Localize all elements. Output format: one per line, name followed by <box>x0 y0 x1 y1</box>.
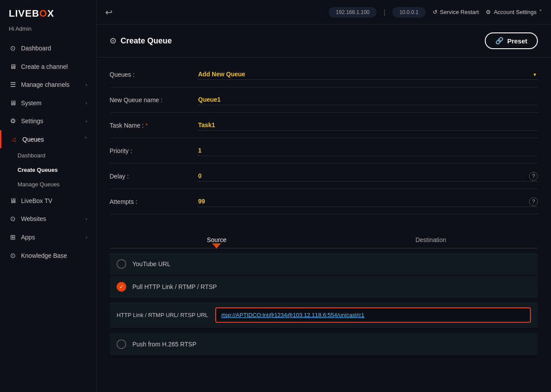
sidebar-item-create-channel[interactable]: 🖥 Create a channel <box>0 57 96 75</box>
delay-row: Delay : ? <box>110 164 538 189</box>
link-icon: 🔗 <box>495 37 504 45</box>
sidebar-item-label: Apps <box>21 234 35 241</box>
task-name-label: Task Name : * <box>110 122 197 129</box>
sidebar-item-label: Settings <box>21 118 43 125</box>
chevron-down-icon: ˅ <box>85 136 87 142</box>
push-h265-label: Push from H.265 RTSP <box>132 341 196 348</box>
delay-label: Delay : <box>110 173 197 180</box>
manage-queues-label: Manage Queues <box>18 181 60 188</box>
source-list: YouTube URL Pull HTTP Link / RTMP / RTSP <box>96 249 551 302</box>
new-queue-input[interactable] <box>197 94 538 105</box>
logo: LIVEBOX <box>0 0 96 24</box>
sidebar-item-settings[interactable]: ⚙ Settings › <box>0 112 96 130</box>
separator: | <box>384 8 385 16</box>
create-channel-icon: 🖥 <box>9 63 17 70</box>
page-header: ⊙ Create Queue 🔗 Preset <box>96 25 551 57</box>
task-name-row: Task Name : * <box>110 113 538 138</box>
sidebar-item-livebox-tv[interactable]: 🖥 LiveBox TV <box>0 192 96 210</box>
sidebar-item-knowledge-base[interactable]: ⊙ Knowledge Base <box>0 246 96 265</box>
pull-http-label: Pull HTTP Link / RTMP / RTSP <box>132 283 217 290</box>
task-name-input[interactable] <box>197 120 538 131</box>
sidebar-item-label: Manage channels <box>21 81 70 88</box>
queues-select-wrapper: Add New Queue ▾ <box>197 69 538 80</box>
service-restart-button[interactable]: ↺ Service Restart <box>433 9 479 15</box>
radio-push-h265[interactable] <box>117 339 126 349</box>
preset-label: Preset <box>507 37 527 45</box>
sidebar-item-queues-dashboard[interactable]: Dashboard <box>18 148 96 163</box>
source-dest-tabs: Source Destination <box>96 223 551 248</box>
priority-row: Priority : <box>110 138 538 164</box>
sidebar-item-manage-queues[interactable]: Manage Queues <box>18 177 96 192</box>
page-title: Create Queue <box>121 36 172 46</box>
new-queue-name-row: New Queue name : <box>110 87 538 113</box>
ip-address-2: 10.0.0.1 <box>392 7 425 18</box>
source-item-youtube[interactable]: YouTube URL <box>110 253 538 275</box>
chevron-right-icon: › <box>85 82 87 87</box>
sidebar-item-apps[interactable]: ⊞ Apps › <box>0 228 96 246</box>
source-item-pull-http[interactable]: Pull HTTP Link / RTMP / RTSP <box>110 276 538 298</box>
sidebar: LIVEBOX Hi Admin ⊙ Dashboard 🖥 Create a … <box>0 0 96 392</box>
sidebar-item-label: System <box>21 100 42 107</box>
priority-label: Priority : <box>110 147 197 154</box>
sidebar-item-label: Dashboard <box>21 45 51 52</box>
queues-row: Queues : Add New Queue ▾ <box>110 62 538 87</box>
knowledge-base-icon: ⊙ <box>9 252 17 260</box>
sidebar-item-label: Knowledge Base <box>21 252 67 259</box>
account-settings-label: Account Settings <box>494 9 537 15</box>
http-link-input[interactable] <box>215 307 531 323</box>
preset-button[interactable]: 🔗 Preset <box>485 32 538 49</box>
gear-icon: ⚙ <box>486 9 491 15</box>
settings-icon: ⚙ <box>9 117 17 125</box>
delay-help-icon[interactable]: ? <box>529 172 538 181</box>
manage-channels-icon: ☰ <box>9 81 17 89</box>
livebox-tv-icon: 🖥 <box>9 197 17 204</box>
sidebar-item-label: Websites <box>21 215 46 222</box>
back-button[interactable]: ↩ <box>105 7 113 18</box>
sidebar-item-dashboard[interactable]: ⊙ Dashboard <box>0 39 96 57</box>
page-title-wrap: ⊙ Create Queue <box>110 36 172 46</box>
sidebar-nav: ⊙ Dashboard 🖥 Create a channel ☰ Manage … <box>0 39 96 392</box>
sidebar-item-websites[interactable]: ⊙ Websites › <box>0 210 96 228</box>
sidebar-item-label: Create a channel <box>21 63 68 70</box>
service-restart-label: Service Restart <box>440 9 479 15</box>
youtube-label: YouTube URL <box>132 260 171 267</box>
attempts-help-icon[interactable]: ? <box>529 197 538 206</box>
sidebar-item-label: Queues <box>22 136 44 143</box>
logo-x: O <box>39 8 47 19</box>
content-area: ⊙ Create Queue 🔗 Preset Queues : Add New… <box>96 25 551 392</box>
sidebar-item-label: LiveBox TV <box>21 197 52 204</box>
restart-icon: ↺ <box>433 9 437 15</box>
apps-icon: ⊞ <box>9 233 17 241</box>
attempts-label: Attempts : <box>110 198 197 205</box>
tab-destination[interactable]: Destination <box>324 232 538 248</box>
sidebar-item-system[interactable]: 🖥 System › <box>0 94 96 112</box>
queues-select[interactable]: Add New Queue <box>197 69 538 80</box>
source-item-push-h265[interactable]: Push from H.265 RTSP <box>110 333 538 355</box>
chevron-right-icon: › <box>85 235 87 240</box>
chevron-down-icon: ˅ <box>539 9 542 15</box>
new-queue-label: New Queue name : <box>110 96 197 103</box>
attempts-input[interactable] <box>197 196 538 207</box>
sidebar-item-create-queues[interactable]: Create Queues <box>18 163 96 177</box>
ip-address-1: 192.168.1.100 <box>329 7 377 18</box>
topbar: ↩ 192.168.1.100 | 10.0.0.1 ↺ Service Res… <box>96 0 551 25</box>
dashboard-icon: ⊙ <box>9 44 17 52</box>
tab-arrow <box>212 243 221 249</box>
queues-submenu: Dashboard Create Queues Manage Queues <box>0 148 96 192</box>
priority-input[interactable] <box>197 145 538 156</box>
create-queues-label: Create Queues <box>18 167 58 173</box>
queues-dashboard-label: Dashboard <box>18 152 46 159</box>
form-area: Queues : Add New Queue ▾ New Queue name … <box>96 57 551 223</box>
main-content: ↩ 192.168.1.100 | 10.0.0.1 ↺ Service Res… <box>96 0 551 392</box>
chevron-right-icon: › <box>85 118 87 124</box>
radio-pull-http[interactable] <box>117 282 126 292</box>
delay-input[interactable] <box>197 171 538 182</box>
queues-icon: ♫ <box>10 135 18 143</box>
sidebar-greeting: Hi Admin <box>0 24 96 39</box>
sidebar-item-manage-channels[interactable]: ☰ Manage channels › <box>0 75 96 94</box>
tab-source[interactable]: Source <box>110 232 324 248</box>
http-input-row: HTTP Link / RTMP URL/ RTSP URL <box>110 302 538 328</box>
radio-youtube[interactable] <box>117 259 126 269</box>
account-settings-button[interactable]: ⚙ Account Settings ˅ <box>486 9 542 15</box>
sidebar-item-queues[interactable]: ♫ Queues ˅ <box>0 130 96 148</box>
